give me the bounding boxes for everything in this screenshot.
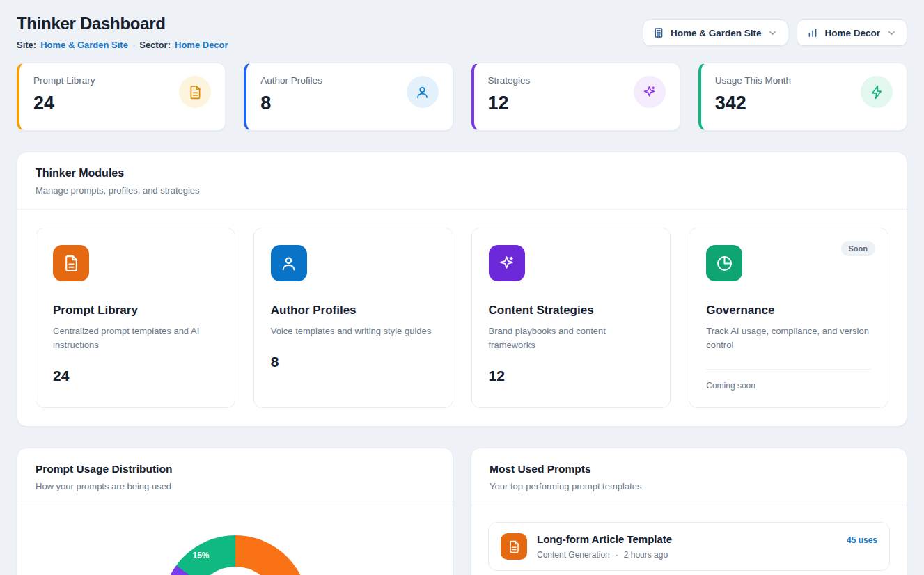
- module-description: Track AI usage, compliance, and version …: [706, 324, 871, 352]
- sparkle-star-icon: [489, 245, 525, 281]
- module-description: Centralized prompt templates and AI inst…: [53, 324, 218, 352]
- module-title: Content Strategies: [489, 304, 654, 317]
- meta-separator: ·: [132, 40, 135, 50]
- site-selector-dropdown[interactable]: Home & Garden Site: [643, 19, 789, 46]
- module-count: 12: [489, 368, 654, 384]
- module-title: Author Profiles: [271, 304, 436, 317]
- stat-card-usage: Usage This Month 342: [698, 63, 907, 131]
- person-icon: [407, 76, 439, 108]
- usage-distribution-title: Prompt Usage Distribution: [36, 463, 434, 475]
- site-selector-label: Home & Garden Site: [671, 28, 762, 38]
- prompt-item-title: Long-form Article Template: [537, 533, 837, 545]
- bottom-row: Prompt Usage Distribution How your promp…: [17, 448, 907, 575]
- topbar: Thinker Dashboard Site: Home & Garden Si…: [17, 14, 907, 50]
- bar-chart-icon: [807, 27, 818, 38]
- usage-distribution-panel: Prompt Usage Distribution How your promp…: [17, 448, 453, 575]
- breadcrumb: Site: Home & Garden Site · Sector: Home …: [17, 40, 228, 50]
- module-card-content-strategies[interactable]: Content Strategies Brand playbooks and c…: [471, 228, 671, 408]
- donut-segment-label: 15%: [193, 551, 210, 560]
- module-count: 8: [271, 354, 436, 370]
- usage-distribution-header: Prompt Usage Distribution How your promp…: [17, 448, 453, 505]
- dashboard-page: Thinker Dashboard Site: Home & Garden Si…: [0, 0, 924, 575]
- document-icon: [53, 245, 89, 281]
- pie-chart-icon: [706, 245, 742, 281]
- modules-grid: Prompt Library Centralized prompt templa…: [17, 210, 907, 426]
- module-count: 24: [53, 368, 218, 384]
- modules-header: Thinker Modules Manage prompts, profiles…: [17, 152, 907, 210]
- stats-row: Prompt Library 24 Author Profiles 8 Stra…: [17, 63, 907, 131]
- prompt-item-uses-badge: 45 uses: [847, 535, 877, 545]
- stat-card-strategies: Strategies 12: [471, 63, 680, 131]
- most-used-title: Most Used Prompts: [490, 463, 888, 475]
- prompt-item-main: Long-form Article Template Content Gener…: [537, 533, 837, 560]
- prompt-list: Long-form Article Template Content Gener…: [471, 505, 907, 575]
- stat-card-author-profiles: Author Profiles 8: [244, 63, 453, 131]
- header-left: Thinker Dashboard Site: Home & Garden Si…: [17, 14, 228, 50]
- donut-chart: 15%: [162, 535, 308, 575]
- prompt-item-category: Content Generation: [537, 550, 610, 560]
- prompt-item-separator: ·: [616, 550, 618, 560]
- lightning-icon: [861, 76, 893, 108]
- chevron-down-icon: [767, 28, 778, 38]
- module-title: Governance: [706, 304, 871, 317]
- sector-link[interactable]: Home Decor: [175, 40, 228, 50]
- usage-distribution-subtitle: How your prompts are being used: [36, 481, 434, 491]
- coming-soon-text: Coming soon: [706, 369, 871, 391]
- document-icon: [501, 533, 527, 560]
- building-icon: [653, 27, 664, 38]
- module-card-governance[interactable]: Soon Governance Track AI usage, complian…: [689, 228, 888, 408]
- thinker-modules-panel: Thinker Modules Manage prompts, profiles…: [17, 152, 907, 427]
- stat-card-prompt-library: Prompt Library 24: [17, 63, 226, 131]
- person-icon: [271, 245, 307, 281]
- prompt-item-meta: Content Generation · 2 hours ago: [537, 550, 837, 560]
- document-icon: [179, 76, 211, 108]
- modules-subtitle: Manage prompts, profiles, and strategies: [36, 185, 888, 196]
- prompt-item-time: 2 hours ago: [624, 550, 668, 560]
- module-card-prompt-library[interactable]: Prompt Library Centralized prompt templa…: [36, 228, 235, 408]
- module-title: Prompt Library: [53, 304, 218, 317]
- most-used-prompts-panel: Most Used Prompts Your top-performing pr…: [471, 448, 907, 575]
- site-link[interactable]: Home & Garden Site: [40, 40, 128, 50]
- soon-badge: Soon: [841, 241, 876, 256]
- module-card-author-profiles[interactable]: Author Profiles Voice templates and writ…: [253, 228, 453, 408]
- site-label: Site:: [17, 40, 36, 50]
- list-item-long-form-article[interactable]: Long-form Article Template Content Gener…: [488, 522, 890, 571]
- chevron-down-icon: [886, 28, 897, 38]
- most-used-subtitle: Your top-performing prompt templates: [490, 481, 888, 491]
- module-description: Brand playbooks and content frameworks: [489, 324, 654, 352]
- sector-selector-dropdown[interactable]: Home Decor: [797, 19, 907, 46]
- most-used-header: Most Used Prompts Your top-performing pr…: [471, 448, 907, 505]
- sparkle-star-icon: [634, 76, 666, 108]
- sector-selector-label: Home Decor: [824, 28, 880, 38]
- chart-area: 15%: [17, 505, 453, 575]
- modules-title: Thinker Modules: [36, 167, 888, 180]
- topbar-buttons: Home & Garden Site Home Decor: [643, 19, 907, 46]
- sector-label: Sector:: [139, 40, 171, 50]
- module-description: Voice templates and writing style guides: [271, 324, 436, 338]
- page-title: Thinker Dashboard: [17, 14, 228, 33]
